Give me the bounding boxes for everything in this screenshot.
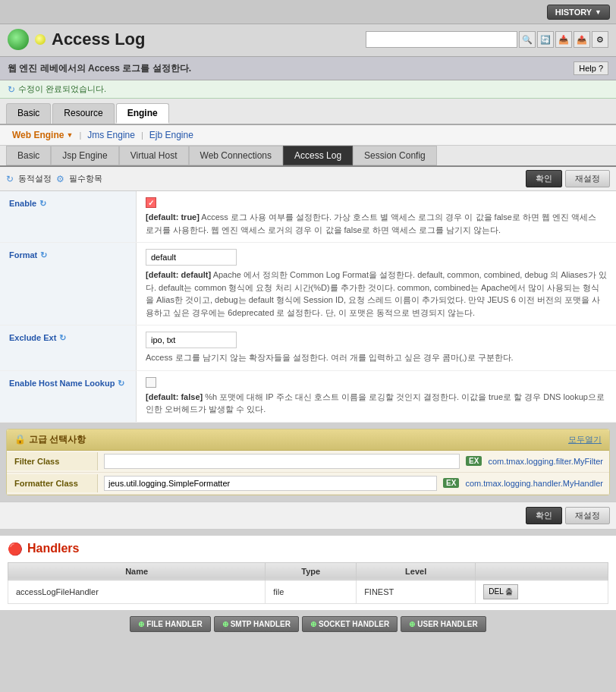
format-label: Format ↻ — [0, 243, 137, 325]
tab-basic[interactable]: Basic — [6, 103, 51, 124]
description-text: 웹 엔진 레베에서의 Access 로그를 설정한다. — [8, 62, 191, 75]
format-content: [default: default] Apache 에서 정의한 Common … — [137, 243, 616, 325]
formatter-class-row: Formatter Class EX com.tmax.logging.hand… — [7, 473, 609, 495]
smtp-handler-icon: ⊕ — [222, 620, 228, 628]
format-desc: [default: default] Apache 에서 정의한 Common … — [146, 269, 607, 319]
search-area: 🔍 🔄 📥 📤 ⚙ — [366, 31, 608, 48]
search-input[interactable] — [366, 31, 517, 48]
handlers-table: Name Type Level accessLogFileHandler fil… — [8, 562, 608, 604]
col-name: Name — [8, 562, 266, 580]
table-row: accessLogFileHandler file FINEST DEL 출 — [8, 580, 608, 603]
handler-actions: DEL 출 — [476, 580, 608, 603]
format-desc-text: Apache 에서 정의한 Common Log Format을 설정한다. d… — [146, 270, 607, 317]
handler-type: file — [266, 580, 357, 603]
file-handler-button[interactable]: ⊕ FILE HANDLER — [130, 616, 210, 632]
enable-sync-icon: ↻ — [39, 199, 46, 209]
delete-handler-button[interactable]: DEL 출 — [483, 584, 518, 599]
advanced-header: 🔒 고급 선택사항 모두열기 — [7, 429, 609, 451]
bottom-reset-button[interactable]: 재설정 — [565, 507, 610, 524]
enable-checkbox-area — [146, 197, 607, 208]
description-bar: 웹 엔진 레베에서의 Access 로그를 설정한다. Help ? — [0, 56, 616, 80]
second-tab-virtual-host[interactable]: Virtual Host — [119, 146, 189, 165]
confirm-button[interactable]: 확인 — [526, 170, 562, 187]
history-button[interactable]: HISTORY — [547, 5, 610, 20]
file-handler-icon: ⊕ — [138, 620, 144, 628]
formatter-class-content: EX com.tmax.logging.handler.MyHandler — [98, 473, 609, 494]
bottom-confirm-button[interactable]: 확인 — [526, 507, 562, 524]
host-name-lookup-sync-icon: ↻ — [118, 379, 124, 388]
upload-icon-btn[interactable]: 📤 — [574, 31, 590, 48]
settings-icon-btn[interactable]: ⚙ — [592, 31, 608, 48]
formatter-class-example-tag: EX — [443, 478, 459, 488]
handlers-title-text: Handlers — [27, 542, 79, 555]
host-name-lookup-content: [default: false] %h 포맷에 대해 IP 주소 대신 호스트 … — [137, 371, 616, 422]
smtp-handler-button[interactable]: ⊕ SMTP HANDLER — [214, 616, 299, 632]
advanced-expand-button[interactable]: 모두열기 — [568, 434, 602, 445]
dynamic-icon: ↻ — [6, 174, 14, 184]
main-tabs: Basic Resource Engine — [0, 99, 616, 125]
exclude-ext-label: Exclude Ext ↻ — [0, 326, 137, 370]
formatter-class-label: Formatter Class — [7, 474, 98, 492]
formatter-class-input[interactable] — [104, 476, 437, 491]
exclude-ext-content: Access 로그를 남기지 않는 확장자들을 설정한다. 여러 개를 입력하고… — [137, 326, 616, 370]
formatter-class-example-link[interactable]: com.tmax.logging.handler.MyHandler — [465, 479, 603, 488]
page-title: Access Log — [52, 30, 146, 49]
sub-nav: Web Engine ▼ | Jms Engine | Ejb Engine — [0, 125, 616, 146]
logo-yellow-icon — [35, 34, 46, 45]
format-input[interactable] — [146, 249, 237, 266]
format-label-text: Format — [9, 250, 37, 260]
user-handler-button[interactable]: ⊕ USER HANDLER — [401, 616, 486, 632]
enable-label-text: Enable — [9, 199, 36, 208]
refresh-icon-btn[interactable]: 🔄 — [537, 31, 554, 48]
handler-level: FINEST — [357, 580, 476, 603]
second-tab-access-log[interactable]: Access Log — [283, 146, 353, 165]
format-row: Format ↻ [default: default] Apache 에서 정의… — [0, 243, 616, 326]
enable-desc: [default: true] Access 로그 사용 여부를 설정한다. 가… — [146, 211, 607, 236]
host-name-lookup-checkbox-area — [146, 377, 607, 388]
subnav-web-engine[interactable]: Web Engine ▼ — [6, 128, 79, 142]
host-name-lookup-checkbox[interactable] — [146, 377, 156, 388]
exclude-ext-label-text: Exclude Ext — [9, 333, 56, 342]
col-type: Type — [266, 562, 357, 580]
second-tab-session-config[interactable]: Session Config — [353, 146, 437, 165]
advanced-section: 🔒 고급 선택사항 모두열기 Filter Class EX com.tmax.… — [6, 429, 610, 495]
second-tab-basic[interactable]: Basic — [6, 146, 51, 165]
toolbar-right: 확인 재설정 — [526, 170, 610, 187]
second-nav: Basic Jsp Engine Virtual Host Web Connec… — [0, 146, 616, 167]
handler-buttons: ⊕ FILE HANDLER ⊕ SMTP HANDLER ⊕ SOCKET H… — [0, 610, 616, 638]
filter-class-content: EX com.tmax.logging.filter.MyFilter — [98, 451, 609, 472]
search-icon-btn[interactable]: 🔍 — [519, 31, 536, 48]
advanced-title-text: 고급 선택사항 — [29, 433, 86, 446]
format-sync-icon: ↻ — [40, 250, 47, 260]
filter-class-example-link[interactable]: com.tmax.logging.filter.MyFilter — [488, 457, 603, 466]
subnav-ejb-engine[interactable]: Ejb Engine — [143, 128, 200, 142]
tab-engine[interactable]: Engine — [116, 103, 169, 124]
title-area: Access Log 🔍 🔄 📥 📤 ⚙ — [0, 24, 616, 56]
handlers-section: 🔴 Handlers Name Type Level accessLogFile… — [0, 536, 616, 610]
handler-name: accessLogFileHandler — [8, 580, 266, 603]
host-name-lookup-desc: [default: false] %h 포맷에 대해 IP 주소 대신 호스트 … — [146, 391, 607, 416]
success-icon: ↻ — [8, 84, 15, 95]
col-action — [476, 562, 608, 580]
exclude-ext-desc: Access 로그를 남기지 않는 확장자들을 설정한다. 여러 개를 입력하고… — [146, 351, 607, 364]
download-icon-btn[interactable]: 📥 — [555, 31, 572, 48]
tab-resource[interactable]: Resource — [52, 103, 114, 124]
help-button[interactable]: Help ? — [574, 61, 608, 75]
spacer — [0, 530, 616, 536]
filter-class-input[interactable] — [104, 454, 460, 469]
enable-content: [default: true] Access 로그 사용 여부를 설정한다. 가… — [137, 191, 616, 242]
enable-checkbox[interactable] — [146, 197, 156, 208]
enable-row: Enable ↻ [default: true] Access 로그 사용 여부… — [0, 191, 616, 243]
exclude-ext-input[interactable] — [146, 332, 237, 348]
subnav-jms-engine[interactable]: Jms Engine — [81, 128, 141, 142]
advanced-title: 🔒 고급 선택사항 — [14, 433, 86, 446]
filter-class-row: Filter Class EX com.tmax.logging.filter.… — [7, 451, 609, 473]
advanced-icon: 🔒 — [14, 434, 26, 445]
socket-handler-button[interactable]: ⊕ SOCKET HANDLER — [302, 616, 398, 632]
filter-class-example-tag: EX — [466, 456, 482, 466]
col-level: Level — [357, 562, 476, 580]
second-tab-web-connections[interactable]: Web Connections — [189, 146, 284, 165]
second-tab-jsp-engine[interactable]: Jsp Engine — [51, 146, 118, 165]
filter-class-label: Filter Class — [7, 452, 98, 470]
reset-button[interactable]: 재설정 — [565, 170, 610, 187]
